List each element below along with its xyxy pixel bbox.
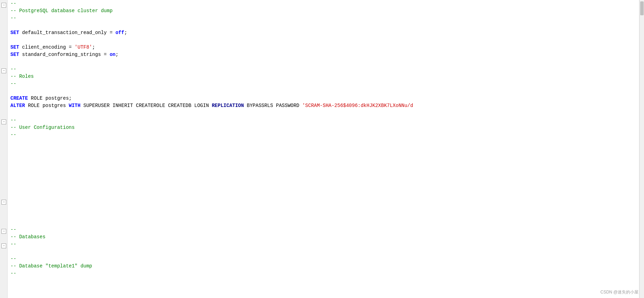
line-33: -- Databases [10, 233, 641, 241]
line-15: ALTER ROLE postgres WITH SUPERUSER INHER… [10, 102, 641, 109]
line-24 [10, 168, 641, 175]
vertical-scrollbar[interactable] [639, 0, 644, 298]
line-11: -- Roles [10, 73, 641, 80]
line-19: -- [10, 131, 641, 139]
line-36: -- [10, 255, 641, 263]
line-30 [10, 212, 641, 219]
editor-container: − − − − − − -- -- PostgreSQL database cl… [0, 0, 644, 298]
line-9 [10, 58, 641, 66]
line-14: CREATE ROLE postgres; [10, 95, 641, 102]
gutter: − − − − − − [0, 0, 8, 298]
fold-marker-5[interactable]: − [1, 229, 6, 234]
line-12: -- [10, 80, 641, 88]
line-26 [10, 182, 641, 190]
line-31 [10, 219, 641, 226]
line-28 [10, 197, 641, 204]
line-10: -- [10, 66, 641, 73]
line-3: -- [10, 15, 641, 22]
line-1: -- [10, 0, 641, 7]
line-29 [10, 204, 641, 212]
line-25 [10, 175, 641, 182]
fold-marker-3[interactable]: − [1, 119, 6, 124]
line-27 [10, 190, 641, 197]
fold-marker-4[interactable]: − [1, 200, 6, 205]
line-8: SET standard_conforming_strings = on ; [10, 51, 641, 58]
fold-marker-6[interactable]: − [1, 243, 6, 248]
watermark: CSDN @迷失的小屋 [600, 289, 638, 295]
line-22 [10, 153, 641, 160]
fold-marker-1[interactable]: − [1, 3, 6, 8]
line-32: -- [10, 226, 641, 233]
line-5: SET default_transaction_read_only = off … [10, 29, 641, 36]
scrollbar-thumb[interactable] [640, 1, 644, 15]
line-34: -- [10, 241, 641, 248]
line-7: SET client_encoding = 'UTF8' ; [10, 44, 641, 51]
line-37: -- Database "template1" dump [10, 263, 641, 270]
line-23 [10, 160, 641, 168]
line-4 [10, 22, 641, 29]
line-38: -- [10, 270, 641, 277]
line-13 [10, 88, 641, 95]
line-20 [10, 139, 641, 146]
code-area[interactable]: -- -- PostgreSQL database cluster dump -… [8, 0, 644, 298]
line-17: -- [10, 117, 641, 124]
line-35 [10, 248, 641, 255]
line-6 [10, 36, 641, 44]
line-2: -- PostgreSQL database cluster dump [10, 7, 641, 15]
fold-marker-2[interactable]: − [1, 68, 6, 73]
line-21 [10, 146, 641, 153]
line-16 [10, 109, 641, 117]
line-18: -- User Configurations [10, 124, 641, 131]
